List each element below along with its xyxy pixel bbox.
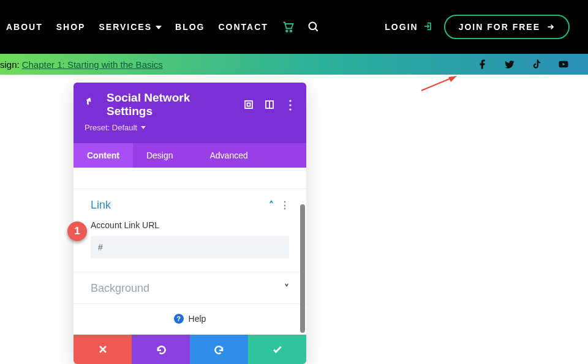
delete-button[interactable] (74, 335, 132, 364)
section-link-title: Link (91, 199, 111, 212)
nav-about[interactable]: ABOUT (6, 22, 43, 32)
twitter-icon[interactable] (503, 58, 516, 70)
join-label: JOIN FOR FREE (459, 22, 540, 32)
cart-icon[interactable] (282, 21, 294, 33)
nav-contact[interactable]: CONTACT (218, 22, 268, 32)
login-label: LOGIN (385, 22, 418, 32)
svg-rect-7 (247, 103, 251, 106)
login-icon (423, 21, 433, 33)
nav-left: ABOUT SHOP SERVICES BLOG CONTACT (6, 21, 320, 33)
svg-rect-6 (245, 101, 252, 108)
svg-line-4 (421, 78, 451, 91)
tiktok-icon[interactable] (530, 58, 543, 70)
svg-point-1 (290, 30, 292, 32)
nav-shop[interactable]: SHOP (56, 22, 86, 32)
help-link[interactable]: ? Help (74, 303, 306, 335)
join-button[interactable]: JOIN FOR FREE (444, 15, 570, 39)
section-more-icon[interactable]: ⋮ (280, 199, 289, 211)
svg-marker-5 (448, 76, 457, 82)
chapter-breadcrumb: sign: Chapter 1: Starting with the Basic… (0, 59, 163, 70)
back-icon[interactable] (85, 97, 98, 113)
expand-icon[interactable] (244, 100, 254, 110)
chapter-prefix: sign: (0, 59, 20, 70)
social-icons (477, 58, 570, 70)
annotation-marker-1: 1 (67, 221, 87, 241)
settings-panel: Social Network Settings ⋮ Preset: Defaul… (74, 83, 306, 364)
help-label: Help (189, 314, 206, 324)
section-link-header[interactable]: Link ˄ ⋮ (74, 189, 306, 220)
nav-right: LOGIN JOIN FOR FREE (385, 15, 570, 39)
confirm-button[interactable] (248, 335, 306, 364)
tab-advanced[interactable]: Advanced (196, 143, 266, 168)
nav-blog[interactable]: BLOG (175, 22, 205, 32)
panel-title: Social Network Settings (107, 91, 235, 118)
tab-design[interactable]: Design (133, 143, 187, 168)
facebook-icon[interactable] (477, 58, 489, 70)
url-input[interactable] (91, 236, 289, 258)
section-background-title: Background (91, 282, 149, 295)
tab-content[interactable]: Content (74, 143, 133, 168)
panel-tabs: Content Design Advanced (74, 143, 306, 168)
chapter-link[interactable]: Chapter 1: Starting with the Basics (22, 59, 163, 70)
panel-body: Link ˄ ⋮ Account Link URL Background ˅ ?… (74, 168, 306, 335)
action-bar (74, 335, 306, 364)
search-icon[interactable] (307, 21, 320, 33)
svg-line-3 (315, 29, 317, 31)
help-icon: ? (174, 314, 184, 324)
more-icon[interactable]: ⋮ (285, 100, 295, 110)
svg-point-2 (309, 23, 316, 30)
arrow-right-icon (546, 23, 555, 31)
columns-icon[interactable] (265, 100, 274, 110)
top-nav: ABOUT SHOP SERVICES BLOG CONTACT LOGIN J… (0, 0, 588, 54)
annotation-arrow-icon (419, 75, 457, 92)
breadcrumb-bar: sign: Chapter 1: Starting with the Basic… (0, 54, 588, 75)
section-background-header[interactable]: Background ˅ (74, 272, 306, 303)
nav-services[interactable]: SERVICES (99, 22, 162, 32)
url-label: Account Link URL (91, 220, 289, 230)
svg-point-0 (286, 30, 288, 32)
scrollbar[interactable] (300, 204, 305, 333)
chevron-down-icon: ˅ (284, 283, 289, 294)
preset-dropdown[interactable]: Preset: Default (85, 123, 295, 132)
panel-header: Social Network Settings ⋮ Preset: Defaul… (74, 83, 306, 143)
redo-button[interactable] (190, 335, 248, 364)
undo-button[interactable] (132, 335, 190, 364)
youtube-icon[interactable] (557, 58, 570, 70)
chevron-up-icon: ˄ (269, 199, 274, 211)
login-link[interactable]: LOGIN (385, 21, 432, 33)
